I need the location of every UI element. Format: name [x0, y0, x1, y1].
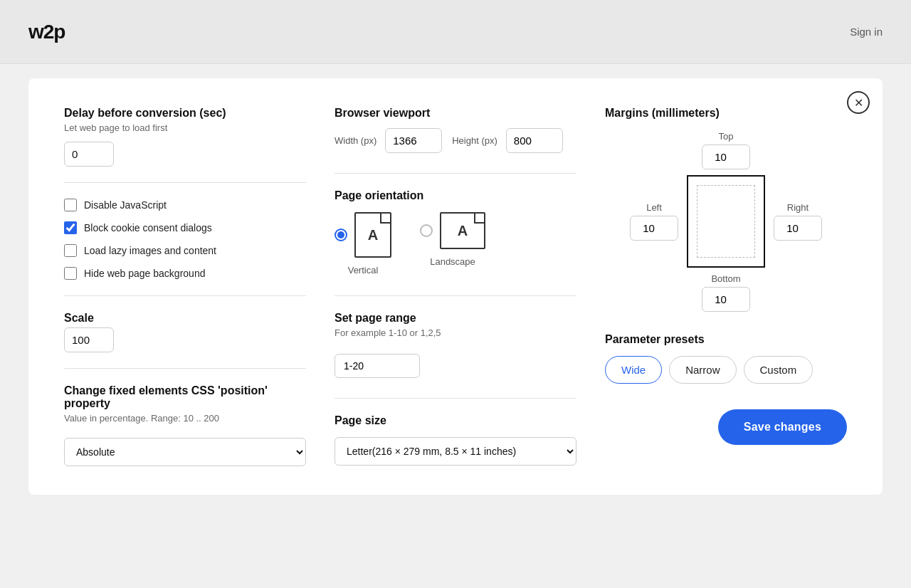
- orientation-options: A Vertical A: [335, 212, 576, 275]
- orientation-title: Page orientation: [335, 189, 576, 202]
- column-2: Browser viewport Width (px) Height (px) …: [335, 107, 576, 466]
- scale-input[interactable]: [64, 327, 114, 352]
- left-margin-side: Left: [630, 202, 678, 241]
- margins-top-row: Top: [702, 131, 750, 169]
- landscape-corner: [474, 214, 484, 224]
- vertical-radio-dot: [335, 229, 347, 241]
- delay-input[interactable]: [64, 142, 114, 167]
- page-size-section: Page size Letter(216 × 279 mm, 8.5 × 11 …: [335, 414, 576, 466]
- preset-narrow-button[interactable]: Narrow: [669, 356, 736, 384]
- margins-middle-row: Left Right: [630, 175, 822, 268]
- top-label: Top: [719, 131, 734, 142]
- hide-bg-label: Hide web page background: [84, 268, 205, 279]
- viewport-height-label: Height (px): [452, 135, 497, 146]
- disable-js-label: Disable JavaScript: [84, 199, 167, 211]
- viewport-inputs: Width (px) Height (px): [335, 128, 576, 153]
- viewport-height-field: Height (px): [452, 128, 563, 153]
- viewport-title: Browser viewport: [335, 107, 576, 120]
- viewport-width-input[interactable]: [385, 128, 442, 153]
- scale-section: Scale: [64, 312, 306, 352]
- vertical-radio-row: A: [335, 212, 391, 258]
- margins-section: Margins (millimeters) Top Left: [605, 107, 847, 312]
- page-size-title: Page size: [335, 414, 576, 427]
- css-position-section: Change fixed elements CSS 'position' pro…: [64, 384, 306, 466]
- vertical-icon-letter: A: [368, 227, 378, 243]
- orientation-vertical[interactable]: A Vertical: [335, 212, 391, 275]
- load-lazy-input[interactable]: [64, 244, 77, 257]
- vertical-page-icon: A: [354, 212, 391, 258]
- load-lazy-checkbox[interactable]: Load lazy images and content: [64, 244, 306, 257]
- viewport-height-input[interactable]: [506, 128, 563, 153]
- modal: ✕ Delay before conversion (sec) Let web …: [28, 78, 883, 495]
- viewport-section: Browser viewport Width (px) Height (px): [335, 107, 576, 153]
- page-size-select[interactable]: Letter(216 × 279 mm, 8.5 × 11 inches) A4…: [335, 437, 576, 466]
- checkbox-group: Disable JavaScript Block cookie consent …: [64, 199, 306, 280]
- disable-js-input[interactable]: [64, 199, 77, 211]
- block-cookie-checkbox[interactable]: Block cookie consent dialogs: [64, 221, 306, 234]
- save-row: Save changes: [605, 409, 847, 445]
- vertical-corner: [380, 214, 390, 224]
- viewport-width-field: Width (px): [335, 128, 442, 153]
- landscape-radio-dot: [420, 224, 433, 237]
- logo: w2p: [28, 21, 65, 43]
- load-lazy-label: Load lazy images and content: [84, 245, 216, 256]
- margins-title: Margins (millimeters): [605, 107, 847, 120]
- presets-title: Parameter presets: [605, 333, 847, 346]
- column-3: Margins (millimeters) Top Left: [605, 107, 847, 466]
- orientation-section: Page orientation A Vertical: [335, 189, 576, 275]
- disable-js-checkbox[interactable]: Disable JavaScript: [64, 199, 306, 211]
- delay-subtitle: Let web page to load first: [64, 122, 306, 133]
- scale-title: Scale: [64, 312, 306, 325]
- hide-bg-input[interactable]: [64, 267, 77, 280]
- page-range-section: Set page range For example 1-10 or 1,2,5: [335, 312, 576, 378]
- close-button[interactable]: ✕: [847, 91, 870, 114]
- bottom-margin-input[interactable]: [702, 287, 750, 312]
- margins-bottom-row: Bottom: [702, 273, 750, 312]
- css-position-subtitle: Value in percentage. Range: 10 .. 200: [64, 413, 306, 424]
- landscape-icon-letter: A: [458, 223, 468, 239]
- right-margin-side: Right: [774, 202, 822, 241]
- left-margin-input[interactable]: [630, 216, 678, 241]
- viewport-width-label: Width (px): [335, 135, 376, 146]
- page-preview-inner: [697, 185, 755, 258]
- column-1: Delay before conversion (sec) Let web pa…: [64, 107, 306, 466]
- top-margin-input[interactable]: [702, 145, 750, 169]
- css-position-title: Change fixed elements CSS 'position' pro…: [64, 384, 306, 410]
- right-margin-input[interactable]: [774, 216, 822, 241]
- landscape-page-icon: A: [440, 212, 485, 249]
- hide-bg-checkbox[interactable]: Hide web page background: [64, 267, 306, 280]
- delay-title: Delay before conversion (sec): [64, 107, 306, 120]
- landscape-label: Landscape: [430, 256, 475, 267]
- page-preview: [687, 175, 765, 268]
- preset-wide-button[interactable]: Wide: [605, 356, 662, 384]
- content-grid: Delay before conversion (sec) Let web pa…: [64, 107, 847, 466]
- close-icon: ✕: [854, 96, 863, 110]
- preset-custom-button[interactable]: Custom: [744, 356, 813, 384]
- block-cookie-label: Block cookie consent dialogs: [84, 222, 212, 233]
- orientation-landscape[interactable]: A Landscape: [420, 212, 485, 275]
- sign-in-button[interactable]: Sign in: [850, 26, 883, 38]
- bottom-label: Bottom: [711, 273, 740, 284]
- page-range-input[interactable]: [335, 354, 420, 378]
- page-range-subtitle: For example 1-10 or 1,2,5: [335, 327, 576, 338]
- presets-section: Parameter presets Wide Narrow Custom: [605, 333, 847, 384]
- presets-buttons: Wide Narrow Custom: [605, 356, 847, 384]
- vertical-label: Vertical: [348, 265, 379, 275]
- margins-layout: Top Left Right: [605, 131, 847, 312]
- save-changes-button[interactable]: Save changes: [718, 409, 847, 445]
- landscape-radio-row: A: [420, 212, 485, 249]
- right-label: Right: [787, 202, 809, 213]
- block-cookie-input[interactable]: [64, 221, 77, 234]
- header: w2p Sign in: [0, 0, 911, 64]
- css-position-select[interactable]: Absolute Relative Fixed Static: [64, 438, 306, 466]
- left-label: Left: [646, 202, 662, 213]
- page-range-title: Set page range: [335, 312, 576, 325]
